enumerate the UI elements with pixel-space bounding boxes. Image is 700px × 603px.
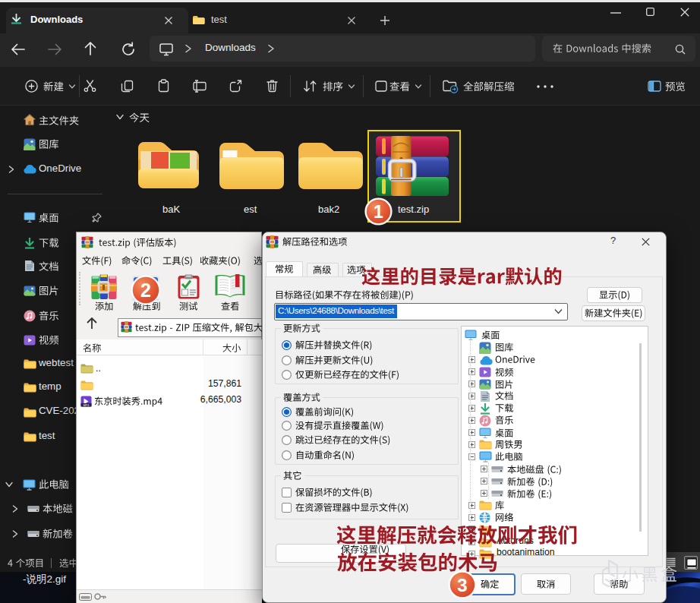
svg-text:MP4: MP4 [84, 404, 89, 407]
svg-text:1: 1 [374, 202, 383, 222]
svg-text:2: 2 [140, 279, 151, 301]
